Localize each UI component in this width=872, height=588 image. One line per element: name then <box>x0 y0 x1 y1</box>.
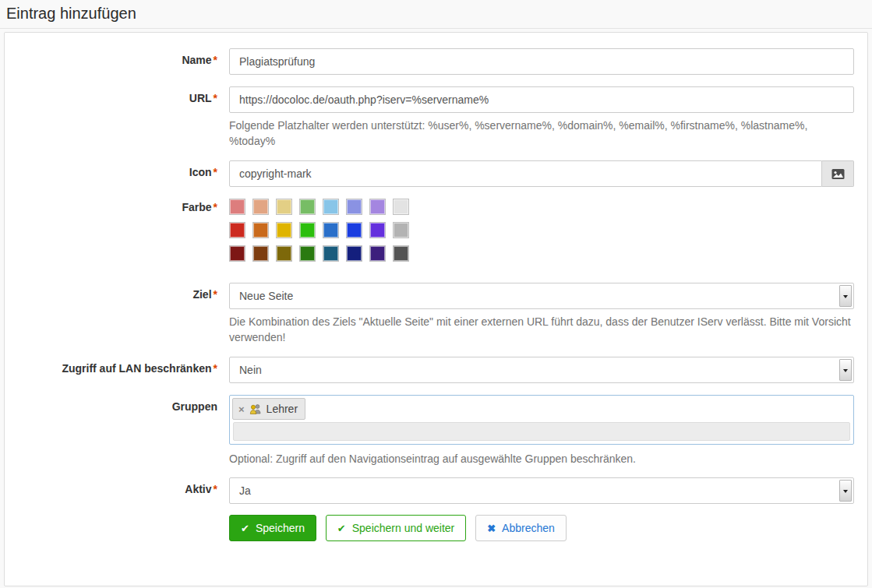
aktiv-select[interactable]: Ja <box>229 477 854 504</box>
aktiv-label: Aktiv* <box>5 477 229 504</box>
color-swatch[interactable] <box>346 222 362 238</box>
color-swatch[interactable] <box>299 222 316 238</box>
color-swatch[interactable] <box>393 222 409 238</box>
ziel-select[interactable]: Neue Seite <box>229 283 854 309</box>
chevron-down-icon <box>839 359 852 381</box>
required-marker: * <box>214 483 217 495</box>
color-swatch[interactable] <box>252 199 269 215</box>
url-help-text: Folgende Platzhalter werden unterstützt:… <box>229 118 854 149</box>
group-tag-label: Lehrer <box>267 403 298 415</box>
save-button[interactable]: ✔ Speichern <box>229 515 316 541</box>
required-marker: * <box>214 166 217 178</box>
ziel-help-text: Die Kombination des Ziels "Aktuelle Seit… <box>229 314 854 345</box>
color-swatch[interactable] <box>229 222 245 238</box>
color-swatch[interactable] <box>229 245 245 262</box>
required-marker: * <box>214 92 217 104</box>
save-and-continue-button-label: Speichern und weiter <box>352 522 455 534</box>
required-marker: * <box>214 54 217 66</box>
gruppen-input[interactable] <box>233 422 850 441</box>
color-swatch[interactable] <box>323 222 339 238</box>
save-button-label: Speichern <box>256 522 305 534</box>
lan-label: Zugriff auf LAN beschränken* <box>5 357 229 383</box>
page-title: Eintrag hinzufügen <box>0 0 872 29</box>
color-swatch[interactable] <box>323 245 339 262</box>
url-input[interactable] <box>229 86 854 113</box>
url-label-text: URL <box>189 92 212 104</box>
chevron-down-icon <box>839 285 852 307</box>
lan-label-text: Zugriff auf LAN beschränken <box>62 362 211 375</box>
color-swatch[interactable] <box>369 245 386 262</box>
icon-label: Icon* <box>5 160 229 187</box>
url-label: URL* <box>5 86 229 149</box>
form-row-aktiv: Aktiv* Ja <box>5 477 867 504</box>
color-swatch[interactable] <box>369 199 386 215</box>
gruppen-multiselect[interactable]: × Lehrer <box>229 395 854 445</box>
lan-select[interactable]: Nein <box>229 357 854 383</box>
color-swatch[interactable] <box>393 245 409 262</box>
remove-tag-icon[interactable]: × <box>238 404 245 414</box>
form-panel: Name* URL* Folgende Platzhalter werden u… <box>4 32 868 586</box>
x-icon: ✖ <box>487 523 496 534</box>
color-swatch[interactable] <box>346 245 362 262</box>
color-swatch[interactable] <box>276 199 292 215</box>
gruppen-help-text: Optional: Zugriff auf den Navigationsein… <box>229 451 854 467</box>
gruppen-label: Gruppen <box>5 395 229 467</box>
name-label-text: Name <box>182 54 211 66</box>
save-and-continue-button[interactable]: ✔ Speichern und weiter <box>326 515 466 541</box>
buttons-spacer <box>5 515 229 541</box>
color-swatch[interactable] <box>276 222 292 238</box>
aktiv-select-value: Ja <box>239 484 251 497</box>
form-row-ziel: Ziel* Neue Seite Die Kombination des Zie… <box>5 283 867 345</box>
ziel-select-value: Neue Seite <box>239 290 293 302</box>
form-row-url: URL* Folgende Platzhalter werden unterst… <box>5 86 867 149</box>
group-icon <box>249 403 262 414</box>
farbe-label: Farbe* <box>5 199 229 269</box>
aktiv-label-text: Aktiv <box>185 483 211 495</box>
color-swatch[interactable] <box>393 199 409 215</box>
picture-icon <box>831 168 845 180</box>
name-label: Name* <box>5 48 229 75</box>
icon-label-text: Icon <box>189 166 212 178</box>
required-marker: * <box>214 288 217 301</box>
lan-select-value: Nein <box>239 364 262 376</box>
icon-input[interactable] <box>229 160 822 187</box>
form-row-buttons: ✔ Speichern ✔ Speichern und weiter ✖ Abb… <box>5 515 867 541</box>
required-marker: * <box>214 201 217 213</box>
form-row-name: Name* <box>5 48 867 75</box>
check-icon: ✔ <box>241 523 249 534</box>
farbe-label-text: Farbe <box>182 201 211 213</box>
cancel-button-label: Abbrechen <box>502 522 555 534</box>
ziel-label: Ziel* <box>5 283 229 345</box>
color-swatch[interactable] <box>229 199 245 215</box>
color-swatch[interactable] <box>252 245 269 262</box>
form-row-gruppen: Gruppen × Lehre <box>5 395 867 467</box>
form-row-farbe: Farbe* <box>5 199 867 269</box>
check-icon: ✔ <box>337 523 346 534</box>
color-swatch[interactable] <box>323 199 339 215</box>
form-row-lan: Zugriff auf LAN beschränken* Nein <box>5 357 867 383</box>
color-swatch[interactable] <box>369 222 386 238</box>
color-swatch-grid <box>229 199 854 262</box>
color-swatch[interactable] <box>346 199 362 215</box>
color-swatch[interactable] <box>252 222 269 238</box>
form-row-icon: Icon* <box>5 160 867 187</box>
icon-picker-button[interactable] <box>822 160 854 187</box>
name-input[interactable] <box>229 48 854 75</box>
cancel-button[interactable]: ✖ Abbrechen <box>475 515 567 541</box>
group-tag-lehrer[interactable]: × Lehrer <box>232 398 305 420</box>
ziel-label-text: Ziel <box>192 288 211 301</box>
color-swatch[interactable] <box>299 199 316 215</box>
required-marker: * <box>214 362 217 375</box>
color-swatch[interactable] <box>299 245 316 262</box>
gruppen-label-text: Gruppen <box>172 400 217 413</box>
chevron-down-icon <box>839 480 852 502</box>
color-swatch[interactable] <box>276 245 292 262</box>
